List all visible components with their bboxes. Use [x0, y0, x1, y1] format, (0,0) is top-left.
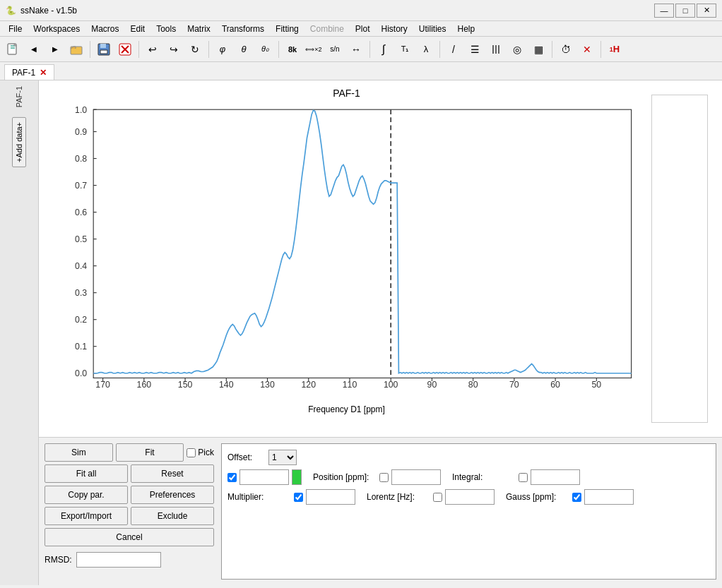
export-import-button[interactable]: Export/Import: [45, 507, 128, 525]
toolbar-btn-h1[interactable]: 1H: [605, 40, 625, 59]
toolbar-btn-8k[interactable]: 8k: [283, 40, 302, 59]
toolbar-btn-undo[interactable]: ↩: [143, 40, 162, 59]
menu-item-workspaces[interactable]: Workspaces: [28, 21, 85, 37]
fit-button[interactable]: Fit: [116, 443, 184, 462]
bottom-layout: Sim Fit Pick Fit all Reset Copy par. Pre…: [45, 443, 716, 580]
tab-close-icon[interactable]: ✕: [40, 68, 47, 77]
offset-select[interactable]: 1 2 3 4 5: [268, 450, 297, 465]
menu-item-history[interactable]: History: [376, 21, 413, 37]
menu-item-transforms[interactable]: Transforms: [216, 21, 270, 37]
multiplier-row: Multiplier: 1.000 Lorentz [Hz]: 1.000 Ga…: [227, 489, 710, 505]
toolbar-btn-fwd2[interactable]: ↪: [164, 40, 184, 59]
toolbar-separator: [369, 41, 370, 58]
toolbar-btn-lines[interactable]: ☰: [465, 40, 485, 59]
svg-text:0.0: 0.0: [75, 368, 87, 378]
btn-row-2: Fit all Reset: [45, 464, 214, 483]
btn-row-3: Copy par. Preferences: [45, 486, 214, 504]
offset-checkbox[interactable]: [227, 473, 237, 482]
menu-item-tools[interactable]: Tools: [150, 21, 182, 37]
toolbar-btn-vlines[interactable]: [486, 40, 506, 59]
menu-item-plot[interactable]: Plot: [350, 21, 376, 37]
toolbar-btn-x[interactable]: ✕: [577, 40, 597, 59]
tab-bar: PAF-1 ✕: [0, 62, 722, 80]
toolbar-btn-phi[interactable]: φ: [213, 40, 232, 59]
cancel-button[interactable]: Cancel: [45, 528, 214, 546]
toolbar-separator: [208, 41, 209, 58]
integral-checkbox[interactable]: [519, 473, 528, 482]
exclude-button[interactable]: Exclude: [131, 507, 214, 525]
pick-checkbox-container: Pick: [187, 443, 214, 462]
menu-item-macros[interactable]: Macros: [85, 21, 124, 37]
svg-text:100: 100: [384, 380, 398, 390]
buttons-panel: Sim Fit Pick Fit all Reset Copy par. Pre…: [45, 443, 214, 580]
chart-svg[interactable]: 0.0 0.1 0.2 0.3 0.4 0.5 0.6 0.7 0.8 0.9 …: [46, 102, 647, 402]
toolbar-btn-sn[interactable]: s/n: [325, 40, 345, 59]
preferences-button[interactable]: Preferences: [131, 486, 214, 504]
toolbar-btn-clock[interactable]: ⏱: [556, 40, 576, 59]
menu-item-fitting[interactable]: Fitting: [270, 21, 304, 37]
svg-text:50: 50: [591, 380, 601, 390]
minimize-button[interactable]: —: [654, 4, 674, 18]
toolbar-btn-fwd[interactable]: ▶: [45, 40, 65, 59]
toolbar-btn-save[interactable]: [94, 40, 114, 59]
integral-input[interactable]: 941.7: [531, 469, 580, 485]
integral-label: Integral:: [452, 472, 516, 482]
fit-all-button[interactable]: Fit all: [45, 464, 128, 483]
close-button[interactable]: ✕: [697, 4, 716, 18]
copy-par-button[interactable]: Copy par.: [45, 486, 128, 504]
position-input[interactable]: 0.000: [391, 469, 441, 485]
rmsd-input[interactable]: [76, 552, 161, 568]
sim-button[interactable]: Sim: [45, 443, 113, 462]
menu-item-file[interactable]: File: [3, 21, 28, 37]
app-icon: 🐍: [6, 6, 16, 16]
position-checkbox[interactable]: [379, 473, 389, 482]
toolbar-btn-del[interactable]: [115, 40, 135, 59]
toolbar: ◀▶↩↪↻φθθ₀8k⟺×2s/n↔∫T₁λ/☰◎▦⏱✕1H: [0, 37, 722, 62]
pick-label[interactable]: Pick: [198, 448, 214, 457]
lorentz-checkbox[interactable]: [433, 493, 442, 502]
gauss-input[interactable]: 0.000: [584, 489, 634, 505]
pick-checkbox[interactable]: [187, 448, 196, 457]
toolbar-btn-circle[interactable]: ◎: [507, 40, 527, 59]
menu-item-help[interactable]: Help: [452, 21, 481, 37]
svg-text:110: 110: [343, 380, 357, 390]
gauss-label: Gauss [ppm]:: [506, 492, 569, 502]
menu-item-edit[interactable]: Edit: [125, 21, 151, 37]
toolbar-btn-back[interactable]: ◀: [24, 40, 44, 59]
toolbar-btn-lam[interactable]: λ: [416, 40, 436, 59]
offset-value-input[interactable]: 0.000: [239, 469, 289, 485]
svg-text:0.6: 0.6: [75, 208, 87, 217]
plot-area: PAF-1 0.0 0.1 0.2 0.3 0.4 0.5 0.6: [39, 80, 722, 437]
toolbar-separator: [439, 41, 440, 58]
maximize-button[interactable]: □: [675, 4, 695, 18]
toolbar-btn-theta0[interactable]: θ₀: [255, 40, 275, 59]
tab-paf1[interactable]: PAF-1 ✕: [4, 64, 54, 80]
svg-text:0.2: 0.2: [75, 315, 87, 325]
svg-text:140: 140: [219, 380, 234, 390]
dataset-label[interactable]: PAF-1: [13, 83, 25, 110]
toolbar-btn-x2[interactable]: ⟺×2: [304, 40, 324, 59]
app-title: ssNake - v1.5b: [20, 6, 77, 16]
svg-text:90: 90: [427, 380, 437, 390]
toolbar-btn-open[interactable]: [66, 40, 86, 59]
toolbar-btn-redo[interactable]: ↻: [185, 40, 205, 59]
toolbar-btn-grid[interactable]: ▦: [528, 40, 548, 59]
toolbar-btn-int[interactable]: ∫: [374, 40, 393, 59]
gauss-checkbox[interactable]: [572, 493, 581, 502]
toolbar-btn-lr[interactable]: ↔: [346, 40, 366, 59]
reset-button[interactable]: Reset: [131, 464, 214, 483]
toolbar-btn-draw[interactable]: /: [444, 40, 463, 59]
menu-item-matrix[interactable]: Matrix: [182, 21, 216, 37]
toolbar-btn-new[interactable]: [3, 40, 23, 59]
menu-item-utilities[interactable]: Utilities: [413, 21, 452, 37]
offset-label: Offset:: [227, 452, 263, 462]
multiplier-checkbox[interactable]: [294, 493, 303, 502]
lorentz-input[interactable]: 1.000: [445, 489, 495, 505]
toolbar-btn-theta[interactable]: θ: [234, 40, 254, 59]
center-panel: PAF-1 0.0 0.1 0.2 0.3 0.4 0.5 0.6: [39, 80, 722, 585]
chart-container[interactable]: 0.0 0.1 0.2 0.3 0.4 0.5 0.6 0.7 0.8 0.9 …: [46, 102, 647, 402]
add-data-button[interactable]: +Add data+: [12, 117, 26, 167]
offset-row: Offset: 1 2 3 4 5: [227, 450, 710, 465]
multiplier-input[interactable]: 1.000: [306, 489, 355, 505]
toolbar-btn-t1[interactable]: T₁: [395, 40, 415, 59]
